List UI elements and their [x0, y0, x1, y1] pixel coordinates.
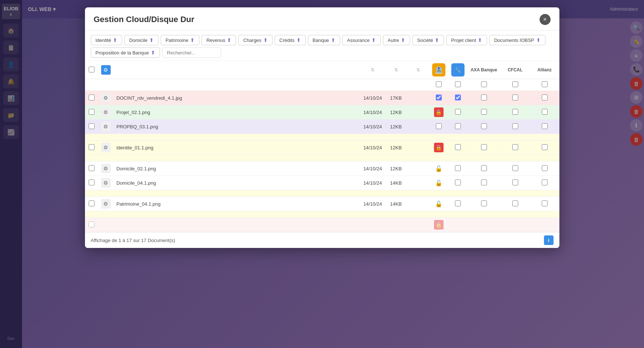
- row7-cfcal-checkbox[interactable]: [455, 200, 461, 206]
- row3-axa-checkbox[interactable]: [436, 123, 442, 129]
- section-row-3: [85, 190, 559, 197]
- modal-footer: Affichage de 1 à 17 sur 17 Document(s) i: [85, 232, 559, 248]
- col-checkbox-cfcal2-header[interactable]: [512, 81, 518, 87]
- col-header-cfcal-label: CFCAL: [501, 61, 530, 79]
- tab-autre[interactable]: Autre ⬆: [383, 35, 410, 45]
- col-header-sort3[interactable]: ⇅: [407, 61, 429, 79]
- row5-name: Domicile_02.1.png: [114, 161, 360, 176]
- tab-documents-iobsp-label: Documents IOBSP: [494, 38, 534, 43]
- row3-gear-icon[interactable]: ⚙: [101, 122, 111, 131]
- row1-cfcal2-checkbox[interactable]: [512, 95, 518, 100]
- row2-allianz-checkbox[interactable]: [542, 109, 548, 115]
- tab-assurance-label: Assurance: [347, 38, 370, 43]
- search-input[interactable]: [162, 47, 221, 58]
- row3-select-checkbox[interactable]: [89, 123, 95, 129]
- row7-cfcal2-checkbox[interactable]: [512, 200, 518, 206]
- col-checkbox-cfcal-header[interactable]: [455, 81, 461, 87]
- tab-domicile-label: Domicile: [129, 38, 147, 43]
- row7-lock-icon: 🔓: [434, 199, 444, 209]
- col-checkbox-axa2-header[interactable]: [481, 81, 487, 87]
- row1-axa2-checkbox[interactable]: [481, 95, 487, 100]
- footer-info-button[interactable]: i: [544, 235, 554, 245]
- row6-select-checkbox[interactable]: [89, 180, 95, 185]
- row3-cfcal-checkbox[interactable]: [455, 123, 461, 129]
- tab-patrimoine[interactable]: Patrimoine ⬆: [161, 35, 199, 45]
- row5-cfcal2-checkbox[interactable]: [512, 165, 518, 171]
- row2-gear-icon[interactable]: ⚙: [101, 107, 111, 117]
- row1-select-checkbox[interactable]: [89, 95, 95, 100]
- row5-select-checkbox[interactable]: [89, 165, 95, 171]
- tab-domicile[interactable]: Domicile ⬆: [124, 35, 159, 45]
- row4-cfcal-checkbox[interactable]: [455, 144, 461, 150]
- row4-axa2-checkbox[interactable]: [481, 144, 487, 150]
- col-header-select: [85, 61, 98, 79]
- row1-cfcal-checkbox[interactable]: [455, 95, 461, 100]
- row2-cfcal-checkbox[interactable]: [455, 109, 461, 115]
- modal-title: Gestion Cloud/Disque Dur: [94, 15, 195, 24]
- row5-size: 12KB: [385, 161, 407, 176]
- col-header-sort2[interactable]: ⇅: [385, 61, 407, 79]
- row4-allianz-checkbox[interactable]: [542, 144, 548, 150]
- row3-name: PROPBQ_03.1.png: [114, 120, 360, 134]
- row4-name: Identite_01.1.png: [114, 141, 360, 155]
- row3-cfcal2-checkbox[interactable]: [512, 123, 518, 129]
- tab-credits[interactable]: Crédits ⬆: [275, 35, 306, 45]
- row1-gear-icon[interactable]: ⚙: [101, 93, 111, 103]
- row1-allianz-checkbox[interactable]: [542, 95, 548, 100]
- row2-cfcal2-checkbox[interactable]: [512, 109, 518, 115]
- row7-name: Patrimoine_04.1.png: [114, 197, 360, 211]
- modal-close-button[interactable]: ×: [540, 14, 551, 25]
- row7-select-checkbox[interactable]: [89, 200, 95, 206]
- select-all-checkbox[interactable]: [89, 67, 95, 72]
- tab-patrimoine-label: Patrimoine: [166, 38, 188, 43]
- row4-cfcal2-checkbox[interactable]: [512, 144, 518, 150]
- tab-proposition-banque[interactable]: Proposition de la Banque ⬆: [91, 47, 160, 58]
- row2-axa2-checkbox[interactable]: [481, 109, 487, 115]
- tab-charges-label: Charges: [243, 38, 261, 43]
- tab-societe-label: Société: [417, 38, 433, 43]
- tab-societe[interactable]: Société ⬆: [412, 35, 444, 45]
- tab-assurance[interactable]: Assurance ⬆: [342, 35, 381, 45]
- row6-cfcal2-checkbox[interactable]: [512, 180, 518, 185]
- row6-cfcal-checkbox[interactable]: [455, 180, 461, 185]
- tab-projet-client[interactable]: Projet client ⬆: [446, 35, 487, 45]
- row4-select-checkbox[interactable]: [89, 144, 95, 150]
- row6-allianz-checkbox[interactable]: [542, 180, 548, 185]
- row7-allianz-checkbox[interactable]: [542, 200, 548, 206]
- row6-lock-icon: 🔓: [434, 178, 444, 188]
- row5-cfcal-checkbox[interactable]: [455, 165, 461, 171]
- row6-gear-icon[interactable]: ⚙: [101, 178, 111, 188]
- header-gear-icon[interactable]: ⚙: [101, 65, 111, 75]
- row8-select-checkbox[interactable]: [89, 221, 95, 227]
- section-row-4: [85, 211, 559, 218]
- row6-axa2-checkbox[interactable]: [481, 180, 487, 185]
- table-row: ⚙ Domicile_04.1.png 14/10/24 14KB 🔓: [85, 176, 559, 190]
- row3-allianz-checkbox[interactable]: [542, 123, 548, 129]
- tab-banque-label: Banque: [313, 38, 329, 43]
- row7-gear-icon[interactable]: ⚙: [101, 199, 111, 209]
- row1-name: DOCINT_rdv_vendredi_4.1.jpg: [114, 91, 360, 105]
- row3-date: 14/10/24: [360, 120, 385, 134]
- row5-gear-icon[interactable]: ⚙: [101, 164, 111, 173]
- row3-axa2-checkbox[interactable]: [481, 123, 487, 129]
- tab-autre-label: Autre: [388, 38, 399, 43]
- row4-gear-icon[interactable]: ⚙: [101, 143, 111, 152]
- row5-allianz-checkbox[interactable]: [542, 165, 548, 171]
- col-header-gear: ⚙: [98, 61, 114, 79]
- row2-select-checkbox[interactable]: [89, 109, 95, 115]
- col-checkbox-allianz-header[interactable]: [542, 81, 548, 87]
- tab-identite[interactable]: Identité ⬆: [91, 35, 122, 45]
- tab-banque[interactable]: Banque ⬆: [308, 35, 340, 45]
- tab-revenus[interactable]: Revenus ⬆: [202, 35, 236, 45]
- row1-axa-checkbox[interactable]: [436, 95, 442, 100]
- tab-documents-iobsp[interactable]: Documents IOBSP ⬆: [489, 35, 545, 45]
- row7-size: 14KB: [385, 197, 407, 211]
- row5-axa2-checkbox[interactable]: [481, 165, 487, 171]
- row7-axa2-checkbox[interactable]: [481, 200, 487, 206]
- col-header-sort1[interactable]: ⇅: [360, 61, 385, 79]
- tab-revenus-label: Revenus: [206, 38, 225, 43]
- row4-size: 12KB: [385, 141, 407, 155]
- col-header-allianz-label: Allianz: [530, 61, 559, 79]
- tab-charges[interactable]: Charges ⬆: [238, 35, 272, 45]
- col-checkbox-axa-header[interactable]: [436, 81, 442, 87]
